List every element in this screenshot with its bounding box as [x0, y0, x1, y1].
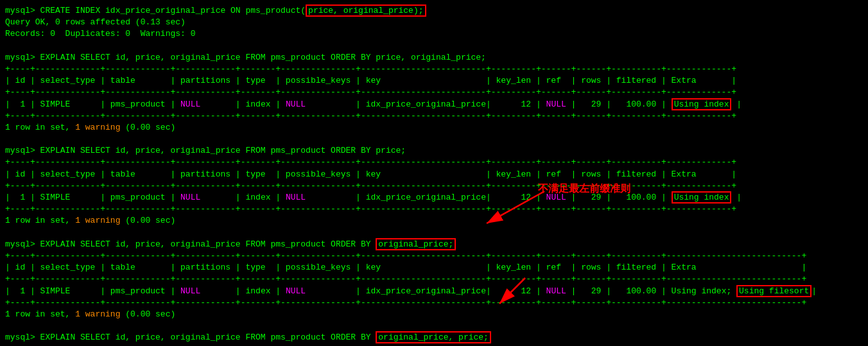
query-ok-line: Query OK, 0 rows affected (0.13 sec): [5, 17, 863, 28]
explain-2-border-mid: +----+-------------+-------------+------…: [5, 180, 863, 192]
explain-1-header: | id | select_type | table | partitions …: [5, 75, 863, 87]
create-index-section: mysql> CREATE INDEX idx_price_original_p…: [5, 5, 863, 52]
explain-2-border-top: +----+-------------+-------------+------…: [5, 157, 863, 168]
explain-2-row: | 1 | SIMPLE | pms_product | NULL | inde…: [5, 192, 863, 203]
blank-3: [5, 227, 863, 239]
explain-section-2: mysql> EXPLAIN SELECT id, price, origina…: [5, 145, 863, 239]
explain-3-query: mysql> EXPLAIN SELECT id, price, origina…: [5, 239, 863, 250]
explain-1-row: | 1 | SIMPLE | pms_product | NULL | inde…: [5, 99, 863, 110]
explain-3-border-mid: +----+-------------+-------------+------…: [5, 273, 863, 285]
explain-section-1: mysql> EXPLAIN SELECT id, price, origina…: [5, 52, 863, 146]
explain-section-3: mysql> EXPLAIN SELECT id, price, origina…: [5, 239, 863, 333]
explain-3-header: | id | select_type | table | partitions …: [5, 262, 863, 273]
explain-2-header: | id | select_type | table | partitions …: [5, 169, 863, 180]
blank-1: [5, 40, 863, 52]
blank-2: [5, 134, 863, 145]
explain-3-border-top: +----+-------------+-------------+------…: [5, 250, 863, 262]
explain-3-result: 1 row in set, 1 warning (0.00 sec): [5, 309, 863, 320]
blank-4: [5, 320, 863, 332]
explain-2-query: mysql> EXPLAIN SELECT id, price, origina…: [5, 145, 863, 157]
explain-2-border-bot: +----+-------------+-------------+------…: [5, 203, 863, 215]
terminal-wrapper: mysql> CREATE INDEX idx_price_original_p…: [5, 5, 863, 346]
explain-section-4: mysql> EXPLAIN SELECT id, price, origina…: [5, 332, 863, 346]
create-index-line: mysql> CREATE INDEX idx_price_original_p…: [5, 5, 863, 17]
explain-1-border-bot: +----+-------------+-------------+------…: [5, 110, 863, 122]
explain-3-row: | 1 | SIMPLE | pms_product | NULL | inde…: [5, 286, 863, 297]
explain-4-border-top: +----+-------------+-------------+------…: [5, 343, 863, 346]
explain-1-border-top: +----+-------------+-------------+------…: [5, 64, 863, 75]
terminal: mysql> CREATE INDEX idx_price_original_p…: [5, 5, 863, 346]
explain-1-query: mysql> EXPLAIN SELECT id, price, origina…: [5, 52, 863, 64]
explain-2-result: 1 row in set, 1 warning (0.00 sec): [5, 215, 863, 227]
explain-4-query: mysql> EXPLAIN SELECT id, price, origina…: [5, 332, 863, 343]
explain-3-border-bot: +----+-------------+-------------+------…: [5, 297, 863, 309]
records-line: Records: 0 Duplicates: 0 Warnings: 0: [5, 28, 863, 40]
explain-1-border-mid: +----+-------------+-------------+------…: [5, 87, 863, 98]
explain-1-result: 1 row in set, 1 warning (0.00 sec): [5, 122, 863, 134]
